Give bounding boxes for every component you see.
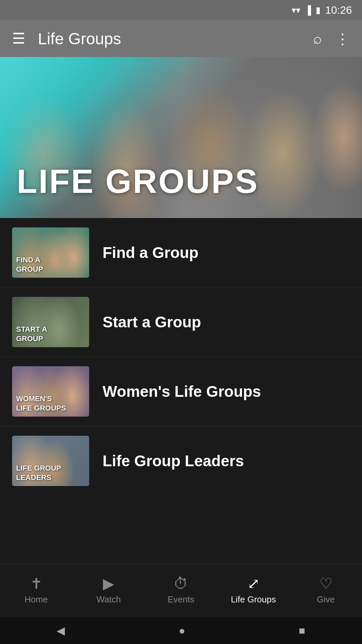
watch-label: Watch [97,594,121,605]
hero-banner: LIFE GROUPS [0,57,362,218]
menu-button[interactable]: ☰ [12,31,24,46]
nav-item-home[interactable]: ✝ Home [9,576,63,605]
give-label: Give [317,594,335,605]
signal-icon: ▐ [305,5,311,15]
hero-title: LIFE GROUPS [17,164,259,198]
menu-item-womens-life-groups[interactable]: WOMEN'SLIFE GROUPS Women's Life Groups [0,357,362,426]
start-a-group-thumb-label: Start aGroup [16,325,47,344]
home-label: Home [24,594,48,605]
life-group-leaders-thumbnail: LIFE GROUPLEADERS [12,436,89,486]
find-a-group-thumbnail: Find aGroup [12,227,89,278]
life-groups-nav-label: Life Groups [231,594,276,605]
events-label: Events [168,594,194,605]
system-nav-bar: ◀ ● ■ [0,617,362,644]
status-bar: ▾▾ ▐ ▮ 10:26 [0,0,362,20]
menu-list: Find aGroup Find a Group Start aGroup St… [0,218,362,495]
status-icons: ▾▾ ▐ ▮ 10:26 [292,4,352,16]
find-a-group-thumb-label: Find aGroup [16,255,43,274]
sys-back-button[interactable]: ◀ [57,624,65,637]
womens-life-groups-thumbnail: WOMEN'SLIFE GROUPS [12,366,89,417]
more-options-icon[interactable]: ⋮ [335,30,350,47]
sys-home-button[interactable]: ● [179,625,185,637]
start-a-group-label: Start a Group [103,313,201,331]
life-group-leaders-thumb-label: LIFE GROUPLEADERS [16,464,61,483]
life-group-leaders-label: Life Group Leaders [103,452,244,470]
start-a-group-thumbnail: Start aGroup [12,297,89,347]
nav-item-give[interactable]: ♡ Give [299,576,353,605]
app-bar: ☰ Life Groups ⌕ ⋮ [0,20,362,57]
menu-item-life-group-leaders[interactable]: LIFE GROUPLEADERS Life Group Leaders [0,426,362,495]
app-bar-actions: ⌕ ⋮ [313,30,350,47]
home-icon: ✝ [30,576,43,591]
watch-icon: ▶ [103,576,114,591]
nav-item-watch[interactable]: ▶ Watch [82,576,135,605]
events-icon: ⏱ [174,576,188,591]
sys-recent-button[interactable]: ■ [299,625,305,637]
battery-icon: ▮ [316,5,320,15]
bottom-nav: ✝ Home ▶ Watch ⏱ Events ⤢ Life Groups ♡ … [0,564,362,617]
menu-item-start-a-group[interactable]: Start aGroup Start a Group [0,287,362,357]
life-groups-icon: ⤢ [247,576,260,591]
status-time: 10:26 [325,4,352,16]
womens-life-groups-label: Women's Life Groups [103,382,261,400]
search-icon[interactable]: ⌕ [313,30,322,47]
wifi-icon: ▾▾ [292,5,300,15]
find-a-group-label: Find a Group [103,244,198,262]
app-bar-title: Life Groups [38,30,303,48]
menu-item-find-a-group[interactable]: Find aGroup Find a Group [0,218,362,287]
nav-item-life-groups[interactable]: ⤢ Life Groups [227,576,280,605]
give-icon: ♡ [319,576,333,591]
nav-item-events[interactable]: ⏱ Events [154,576,208,605]
womens-life-groups-thumb-label: WOMEN'SLIFE GROUPS [16,394,66,413]
